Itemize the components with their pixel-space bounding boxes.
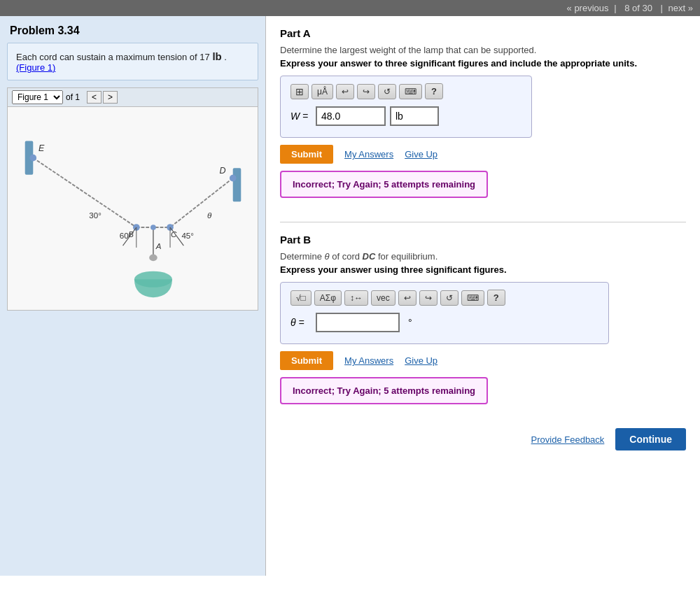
part-a-toolbar: ⊞ μÅ ↩ ↪ ↺ ⌨ ? xyxy=(290,83,522,99)
problem-description: Each cord can sustain a maximum tension … xyxy=(7,43,258,80)
part-b-answer-box: √□ ΑΣφ ↕↔ vec ↩ ↪ ↺ ⌨ ? θ = ° xyxy=(280,282,609,344)
part-b-section: Part B Determine θ of cord DC for equili… xyxy=(280,234,686,414)
part-a-instruction: Determine the largest weight of the lamp… xyxy=(280,45,686,55)
part-b-submit-row: Submit My Answers Give Up xyxy=(280,351,686,370)
description-text: Each cord can sustain a maximum tension … xyxy=(16,52,212,62)
svg-text:E: E xyxy=(38,143,45,153)
part-b-feedback: Incorrect; Try Again; 5 attempts remaini… xyxy=(280,377,488,404)
refresh-button-a[interactable]: ↺ xyxy=(378,84,396,99)
figure-next-button[interactable]: > xyxy=(103,91,118,104)
svg-point-21 xyxy=(229,175,236,182)
divider-ab xyxy=(280,222,686,222)
svg-line-4 xyxy=(33,158,136,227)
svg-point-14 xyxy=(150,225,156,230)
previous-link[interactable]: « previous xyxy=(567,3,609,13)
svg-point-9 xyxy=(149,255,158,262)
progress-indicator: 8 of 30 xyxy=(624,3,652,13)
sigma-button[interactable]: ΑΣφ xyxy=(314,290,342,306)
part-a-instruction-bold: Express your answer to three significant… xyxy=(280,58,686,69)
nav-separator: | xyxy=(614,3,616,13)
part-a-submit-row: Submit My Answers Give Up xyxy=(280,145,686,164)
svg-text:30°: 30° xyxy=(89,211,102,220)
vec-button[interactable]: vec xyxy=(371,290,396,306)
unit-label: lb xyxy=(212,50,221,62)
figure-header: Figure 1 of 1 < > xyxy=(8,88,258,107)
description-end: . xyxy=(222,52,227,62)
right-panel: Part A Determine the largest weight of t… xyxy=(266,16,700,576)
svg-line-5 xyxy=(170,178,233,227)
redo-button-b[interactable]: ↪ xyxy=(419,290,438,306)
part-a-section: Part A Determine the largest weight of t… xyxy=(280,27,686,208)
part-a-title: Part A xyxy=(280,27,686,39)
continue-button[interactable]: Continue xyxy=(615,428,686,450)
part-b-title: Part B xyxy=(280,234,686,246)
part-b-degree-symbol: ° xyxy=(408,317,412,328)
figure-of-label: of 1 xyxy=(66,92,80,102)
next-link[interactable]: next » xyxy=(668,3,693,13)
part-b-answer-label: θ = xyxy=(290,317,312,328)
figure-diagram: E D xyxy=(14,114,252,303)
keyboard-button-a[interactable]: ⌨ xyxy=(399,84,422,99)
keyboard-button-b[interactable]: ⌨ xyxy=(461,290,484,306)
part-a-give-up-button[interactable]: Give Up xyxy=(405,149,438,159)
problem-title: Problem 3.34 xyxy=(0,16,265,43)
figure-container: Figure 1 of 1 < > E D xyxy=(7,87,258,311)
refresh-button-b[interactable]: ↺ xyxy=(440,290,458,306)
help-button-a[interactable]: ? xyxy=(425,83,443,99)
part-a-answer-box: ⊞ μÅ ↩ ↪ ↺ ⌨ ? W = xyxy=(280,76,532,138)
part-b-answer-input[interactable] xyxy=(316,313,400,332)
svg-text:θ: θ xyxy=(207,211,212,220)
part-a-my-answers-button[interactable]: My Answers xyxy=(344,149,393,159)
figure-link[interactable]: (Figure 1) xyxy=(16,62,55,73)
figure-select[interactable]: Figure 1 xyxy=(12,90,63,104)
provide-feedback-button[interactable]: Provide Feedback xyxy=(531,434,605,445)
svg-text:C: C xyxy=(171,230,177,239)
main-layout: Problem 3.34 Each cord can sustain a max… xyxy=(0,16,700,576)
svg-rect-2 xyxy=(232,168,241,201)
part-b-instruction: Determine θ of cord DC for equilibrium. xyxy=(280,251,686,262)
grid-icon-button[interactable]: ⊞ xyxy=(290,84,309,99)
left-panel: Problem 3.34 Each cord can sustain a max… xyxy=(0,16,266,576)
part-b-my-answers-button[interactable]: My Answers xyxy=(344,355,393,366)
part-b-answer-row: θ = ° xyxy=(290,313,598,332)
arrows-button[interactable]: ↕↔ xyxy=(344,290,368,306)
svg-point-20 xyxy=(29,155,36,162)
part-a-answer-input[interactable] xyxy=(316,106,386,126)
svg-text:A: A xyxy=(155,242,161,250)
part-a-submit-button[interactable]: Submit xyxy=(280,145,333,164)
undo-button-a[interactable]: ↩ xyxy=(336,84,354,99)
mu-button[interactable]: μÅ xyxy=(312,84,333,99)
help-button-b[interactable]: ? xyxy=(487,290,505,306)
part-a-answer-label: W = xyxy=(290,111,312,122)
undo-button-b[interactable]: ↩ xyxy=(398,290,416,306)
part-b-give-up-button[interactable]: Give Up xyxy=(405,355,438,366)
nav-separator2: | xyxy=(661,3,663,13)
svg-text:45°: 45° xyxy=(181,232,193,240)
top-navigation: « previous | 8 of 30 | next » xyxy=(0,0,700,16)
part-b-instruction-bold: Express your answer using three signific… xyxy=(280,264,686,275)
redo-button-a[interactable]: ↪ xyxy=(357,84,375,99)
part-a-answer-row: W = xyxy=(290,106,522,126)
svg-text:D: D xyxy=(219,166,225,176)
sqrt-button[interactable]: √□ xyxy=(290,290,312,306)
figure-prev-button[interactable]: < xyxy=(87,91,102,104)
bottom-actions: Provide Feedback Continue xyxy=(280,428,686,450)
part-a-unit-input[interactable] xyxy=(390,106,439,126)
part-b-toolbar: √□ ΑΣφ ↕↔ vec ↩ ↪ ↺ ⌨ ? xyxy=(290,290,598,306)
part-a-feedback: Incorrect; Try Again; 5 attempts remaini… xyxy=(280,171,488,198)
figure-image-area: E D xyxy=(8,107,258,310)
part-b-submit-button[interactable]: Submit xyxy=(280,351,333,370)
